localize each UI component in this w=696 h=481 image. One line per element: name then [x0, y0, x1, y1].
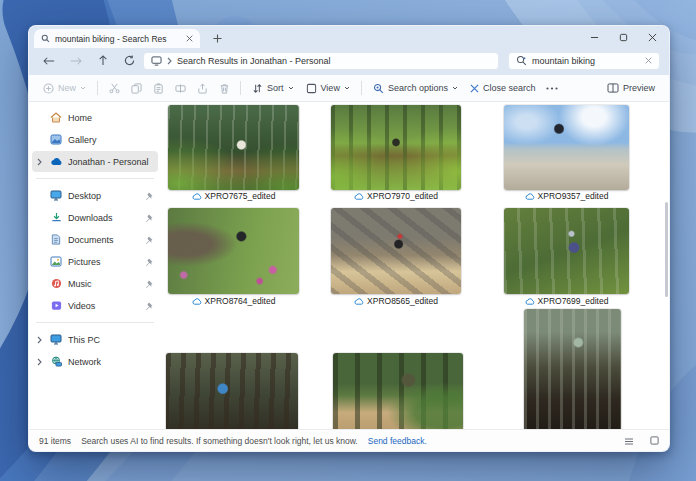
sidebar-item-label: Downloads [68, 213, 140, 223]
search-results-grid: XPRO7675_edited XPRO7970_edited XPRO9357… [161, 102, 669, 429]
videos-icon [49, 300, 63, 311]
search-options-label: Search options [388, 83, 448, 93]
sidebar-item-this-pc[interactable]: This PC [32, 329, 158, 350]
refresh-icon[interactable] [116, 51, 143, 71]
sidebar-item-videos[interactable]: Videos [32, 295, 158, 316]
new-button[interactable]: New [37, 78, 92, 98]
file-label[interactable]: XPRO7699_edited [504, 295, 629, 307]
sidebar-item-onedrive-personal[interactable]: Jonathan - Personal [32, 151, 158, 172]
file-thumbnail[interactable] [333, 353, 463, 429]
send-feedback-link[interactable]: Send feedback. [368, 436, 427, 446]
file-thumbnail[interactable] [168, 208, 299, 294]
file-label[interactable]: XPRO8764_edited [168, 295, 299, 307]
tab-close-icon[interactable] [186, 35, 193, 42]
search-box[interactable]: mountain biking [508, 52, 660, 70]
file-thumbnail[interactable] [168, 105, 299, 190]
search-options-button[interactable]: Search options [367, 78, 464, 98]
sidebar-item-label: Videos [68, 301, 140, 311]
vertical-scrollbar[interactable] [665, 202, 668, 297]
up-icon[interactable] [89, 51, 116, 71]
sidebar-item-home[interactable]: Home [32, 107, 158, 128]
sidebar-item-gallery[interactable]: Gallery [32, 129, 158, 150]
preview-button[interactable]: Preview [601, 78, 661, 98]
file-label[interactable]: XPRO9357_edited [504, 190, 629, 202]
cloud-status-icon [354, 298, 364, 305]
sidebar-item-label: Music [68, 279, 140, 289]
window-controls [580, 26, 667, 48]
status-bar: 91 items Search uses AI to find results.… [29, 429, 669, 451]
new-tab-button[interactable] [208, 29, 226, 47]
network-icon [49, 356, 63, 367]
file-thumbnail[interactable] [166, 353, 298, 429]
tab-search-results[interactable]: mountain biking - Search Res [34, 29, 200, 48]
sidebar-item-pictures[interactable]: Pictures [32, 251, 158, 272]
pin-icon [145, 302, 153, 310]
chevron-right-icon[interactable] [35, 336, 44, 344]
share-icon[interactable] [191, 78, 213, 98]
item-count: 91 items [39, 436, 71, 446]
file-name: XPRO9357_edited [538, 191, 609, 201]
view-button[interactable]: View [300, 78, 356, 98]
window-body: Home Gallery Jonathan - Pe [29, 102, 669, 429]
file-label[interactable]: XPRO7970_edited [331, 190, 461, 202]
sidebar-item-label: Home [68, 113, 153, 123]
sidebar-item-desktop[interactable]: Desktop [32, 185, 158, 206]
file-thumbnail[interactable] [504, 208, 629, 294]
close-button[interactable] [638, 27, 667, 48]
file-thumbnail[interactable] [504, 105, 629, 190]
command-bar: New Sort [29, 75, 669, 102]
file-name: XPRO8764_edited [205, 296, 276, 306]
this-pc-icon [49, 334, 63, 345]
back-icon[interactable] [35, 51, 62, 71]
sidebar-item-network[interactable]: Network [32, 351, 158, 372]
minimize-button[interactable] [580, 27, 609, 48]
chevron-right-icon[interactable] [35, 158, 44, 166]
copy-icon[interactable] [125, 78, 147, 98]
delete-icon[interactable] [213, 78, 235, 98]
pictures-icon [49, 256, 63, 267]
tab-bar: mountain biking - Search Res [29, 26, 669, 48]
cloud-status-icon [192, 193, 202, 200]
details-view-icon[interactable] [624, 437, 634, 445]
search-icon [41, 34, 50, 43]
sidebar-item-label: Network [68, 357, 153, 367]
maximize-button[interactable] [609, 27, 638, 48]
file-name: XPRO7699_edited [538, 296, 609, 306]
file-thumbnail[interactable] [331, 105, 461, 190]
sort-button-label: Sort [267, 83, 284, 93]
onedrive-cloud-icon [49, 157, 63, 166]
downloads-icon [49, 212, 63, 223]
file-thumbnail[interactable] [524, 309, 621, 429]
sidebar-item-label: Desktop [68, 191, 140, 201]
file-thumbnail[interactable] [331, 208, 461, 294]
clear-search-icon[interactable] [645, 57, 652, 64]
sidebar-item-downloads[interactable]: Downloads [32, 207, 158, 228]
close-search-button[interactable]: Close search [464, 78, 542, 98]
preview-button-label: Preview [623, 83, 655, 93]
thumbnail-view-icon[interactable] [650, 436, 659, 445]
home-icon [49, 112, 63, 123]
file-name: XPRO7675_edited [205, 191, 276, 201]
cloud-status-icon [525, 193, 535, 200]
cut-icon[interactable] [103, 78, 125, 98]
ai-search-icon [516, 55, 527, 66]
close-search-label: Close search [483, 83, 536, 93]
toolbar-separator [361, 81, 362, 95]
sidebar-item-label: Gallery [68, 135, 153, 145]
search-query[interactable]: mountain biking [532, 56, 640, 66]
sidebar-item-documents[interactable]: Documents [32, 229, 158, 250]
sidebar-item-music[interactable]: Music [32, 273, 158, 294]
file-label[interactable]: XPRO8565_edited [331, 295, 461, 307]
chevron-right-icon[interactable] [35, 358, 44, 366]
location-monitor-icon [151, 56, 162, 66]
forward-icon[interactable] [62, 51, 89, 71]
paste-icon[interactable] [147, 78, 169, 98]
pin-icon [145, 236, 153, 244]
sidebar-divider [36, 322, 154, 323]
rename-icon[interactable] [169, 78, 191, 98]
file-label[interactable]: XPRO7675_edited [168, 190, 299, 202]
address-bar[interactable]: Search Results in Jonathan - Personal [143, 52, 499, 70]
sort-button[interactable]: Sort [246, 78, 300, 98]
sidebar-item-label: Pictures [68, 257, 140, 267]
see-more-icon[interactable] [541, 78, 563, 98]
